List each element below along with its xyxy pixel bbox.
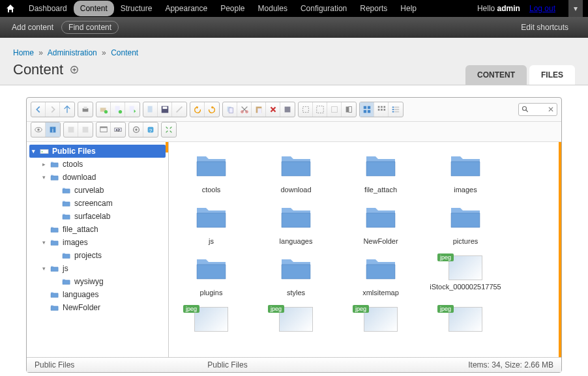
folder-plugins[interactable]: plugins — [175, 252, 247, 296]
folder-xmlsitemap[interactable]: xmlsitemap — [345, 252, 417, 296]
file-manager: ✕ i a|z ? — [26, 97, 562, 373]
file-item[interactable]: jpegiStock_000002517755 — [430, 252, 501, 296]
view-list-button[interactable] — [389, 102, 403, 117]
save-button[interactable] — [158, 102, 172, 117]
preview-button[interactable] — [31, 123, 46, 137]
file-grid[interactable]: ctoolsdownloadfile_attachimagesjslanguag… — [169, 142, 561, 357]
menu-help[interactable]: Help — [394, 1, 423, 16]
add-content-link[interactable]: Add content — [12, 23, 53, 32]
rename-button[interactable]: a|z — [111, 123, 125, 137]
menu-people[interactable]: People — [214, 1, 251, 16]
tree-root[interactable]: ▾ Public Files — [29, 145, 166, 158]
tool2-button[interactable] — [78, 123, 93, 137]
expand-button[interactable] — [162, 123, 176, 137]
tree-item-js[interactable]: ▾js — [29, 262, 166, 275]
info-button[interactable]: i — [46, 123, 60, 137]
svg-rect-2 — [83, 107, 87, 109]
copy-button[interactable] — [223, 102, 237, 117]
tree-item-ctools[interactable]: ▸ctools — [29, 158, 166, 171]
menu-reports[interactable]: Reports — [353, 1, 394, 16]
back-button[interactable] — [31, 102, 46, 117]
folder-js[interactable]: js — [175, 200, 247, 245]
folder-newfolder[interactable]: NewFolder — [345, 200, 417, 245]
window-button[interactable] — [96, 123, 111, 137]
tree-item-surfacelab[interactable]: surfacelab — [29, 210, 166, 223]
env-dropdown[interactable]: ▾ — [568, 0, 583, 17]
select-button[interactable] — [299, 102, 313, 117]
search-box[interactable]: ✕ — [518, 103, 557, 116]
logout-link[interactable]: Log out — [529, 4, 555, 13]
file-item[interactable]: jpeg — [260, 303, 332, 334]
tool1-button[interactable] — [64, 123, 78, 137]
breadcrumb-home[interactable]: Home — [13, 48, 34, 57]
menu-structure[interactable]: Structure — [114, 1, 159, 16]
menu-content[interactable]: Content — [74, 1, 114, 16]
folder-styles[interactable]: styles — [260, 252, 332, 296]
tree-item-download[interactable]: ▾download — [29, 171, 166, 184]
file-item[interactable]: jpeg — [175, 303, 247, 334]
edit-button[interactable] — [172, 102, 186, 117]
cut-button[interactable] — [237, 102, 252, 117]
edit-shortcuts-link[interactable]: Edit shortcuts — [521, 23, 568, 32]
tree-item-wysiwyg[interactable]: wysiwyg — [29, 275, 166, 288]
svg-rect-47 — [100, 127, 107, 128]
new-folder-button[interactable] — [96, 102, 111, 117]
folder-images[interactable]: images — [430, 149, 501, 194]
folder-languages[interactable]: languages — [260, 200, 332, 245]
svg-rect-30 — [377, 109, 379, 111]
tab-content[interactable]: CONTENT — [465, 65, 527, 85]
tree-item-languages[interactable]: languages — [29, 288, 166, 301]
svg-rect-31 — [381, 109, 383, 111]
svg-rect-25 — [363, 110, 366, 113]
menu-configuration[interactable]: Configuration — [294, 1, 353, 16]
tree-item-curvelab[interactable]: curvelab — [29, 184, 166, 197]
home-icon[interactable] — [5, 3, 16, 14]
properties-button[interactable] — [280, 102, 295, 117]
menu-appearance[interactable]: Appearance — [158, 1, 214, 16]
folder-tree[interactable]: ▾ Public Files ▸ctools▾downloadcurvelabs… — [27, 142, 169, 357]
folder-download[interactable]: download — [260, 149, 332, 194]
tree-item-newfolder[interactable]: NewFolder — [29, 301, 166, 314]
menu-modules[interactable]: Modules — [252, 1, 294, 16]
menu-dashboard[interactable]: Dashboard — [22, 1, 74, 16]
search-input[interactable] — [529, 106, 548, 113]
print-button[interactable] — [78, 102, 93, 117]
folder-ctools[interactable]: ctools — [175, 149, 247, 194]
svg-text:?: ? — [149, 128, 153, 134]
select-all-button[interactable] — [313, 102, 327, 117]
folder-pictures[interactable]: pictures — [430, 200, 501, 245]
svg-rect-22 — [349, 107, 351, 113]
add-icon[interactable] — [70, 65, 79, 74]
find-content-link[interactable]: Find content — [61, 21, 119, 34]
tree-item-projects[interactable]: projects — [29, 249, 166, 262]
clear-search-icon[interactable]: ✕ — [548, 105, 554, 114]
undo-button[interactable] — [190, 102, 205, 117]
forward-button[interactable] — [46, 102, 60, 117]
new-file-button[interactable] — [111, 102, 125, 117]
invert-button[interactable] — [342, 102, 356, 117]
tab-files[interactable]: FILES — [529, 65, 575, 85]
svg-rect-19 — [316, 106, 323, 113]
upload-button[interactable] — [125, 102, 140, 117]
file-item[interactable]: jpeg — [430, 303, 501, 334]
view-icons-button[interactable] — [360, 102, 374, 117]
redo-button[interactable] — [205, 102, 219, 117]
tree-item-images[interactable]: ▾images — [29, 236, 166, 249]
up-button[interactable] — [60, 102, 74, 117]
file-item[interactable]: jpeg — [345, 303, 417, 334]
breadcrumb-admin[interactable]: Administration — [48, 48, 97, 57]
open-button[interactable] — [143, 102, 158, 117]
svg-rect-7 — [130, 106, 134, 113]
paste-button[interactable] — [252, 102, 266, 117]
delete-button[interactable] — [266, 102, 280, 117]
svg-point-51 — [135, 128, 138, 131]
view-small-button[interactable] — [374, 102, 389, 117]
status-right: Items: 34, Size: 2.66 MB — [381, 360, 553, 369]
folder-file_attach[interactable]: file_attach — [345, 149, 417, 194]
tree-item-screencam[interactable]: screencam — [29, 197, 166, 210]
help-button[interactable]: ? — [143, 123, 158, 137]
breadcrumb-content[interactable]: Content — [111, 48, 138, 57]
tree-item-file_attach[interactable]: file_attach — [29, 223, 166, 236]
deselect-button[interactable] — [327, 102, 342, 117]
settings-button[interactable] — [129, 123, 143, 137]
